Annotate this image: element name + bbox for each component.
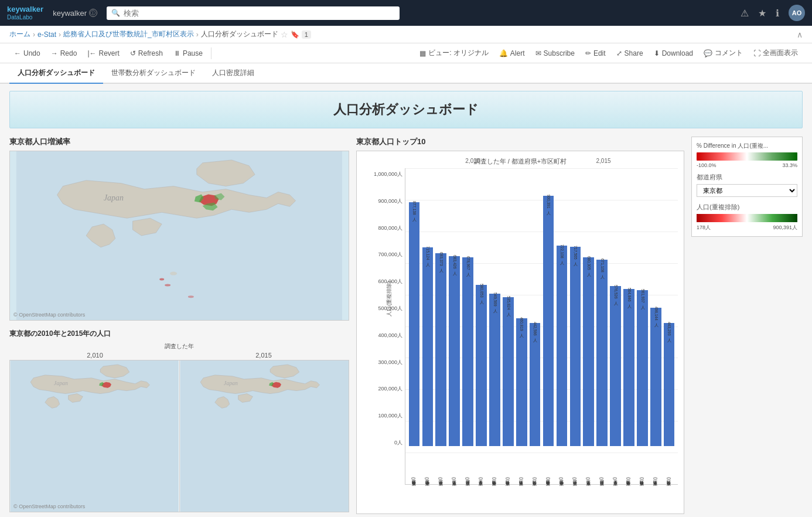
pop-color-bar [697,214,797,222]
bar-2: 693,373人 [435,253,446,446]
svg-rect-0 [16,151,342,320]
bar-col-11[interactable]: 722,108人練馬区(東京) [555,168,568,446]
tab-population[interactable]: 人口分析ダッシュボード [9,63,103,84]
bottom-maps-section: 東京都の2010年と2015年の人口 調査した年 2,010 2,015 [9,329,349,512]
bar-col-10[interactable]: 900,391人世田谷区(東京) [542,168,555,446]
bar-col-15[interactable]: 576,526人八王子市(東京) [609,168,622,446]
edit-button[interactable]: ✏ Edit [581,47,610,60]
chart-title: 東京都人口トップ10 [356,137,684,147]
alert-icon[interactable]: ⚠ [741,8,749,19]
main-map[interactable]: Japan © OpenStreetMap contributors [9,151,349,321]
bar-col-13[interactable]: 680,305人足立区(東京) [582,168,595,446]
toolbar: ← Undo → Redo |← Revert ↺ Refresh ⏸ Paus… [0,43,812,63]
bar-col-12[interactable]: 717,565人大田区(東京) [569,168,582,446]
year-2015-indicator: 2,015 [596,158,611,164]
alert-button[interactable]: 🔔 Alert [494,47,530,60]
bookmark-icon[interactable]: 🔖 [291,30,299,39]
bar-col-0[interactable]: 877,138人世田谷区(東京) [408,168,421,446]
bar-xlabel-13: 足立区(東京) [586,477,591,480]
subscribe-button[interactable]: ✉ Subscribe [531,47,579,60]
bar-col-5[interactable]: 580,053人八王子市(東京) [475,168,488,446]
fullscreen-button[interactable]: ⛶ 全画面表示 [749,46,803,60]
bar-col-17[interactable]: 561,937人板橋区(東京) [636,168,649,446]
svg-point-4 [165,284,170,286]
year-header-label: 調査した年 [9,342,349,351]
map-copyright: © OpenStreetMap contributors [13,312,85,318]
bar-xlabel-7: 板橋区(東京) [506,477,510,480]
mini-map-2010[interactable]: Japan [10,360,180,512]
bar-6: 549,569人 [489,294,500,446]
mini-map-2015[interactable]: Japan [180,360,349,512]
bar-value-11: 722,108人 [560,244,564,258]
svg-text:Japan: Japan [223,380,237,386]
pop-legend-title: 人口(重複排除) [697,203,797,212]
breadcrumb-estat[interactable]: e-Stat [37,30,56,39]
view-button[interactable]: ▦ ビュー: オリジナル [415,46,493,60]
content-grid: 東京都人口増減率 [9,137,803,514]
bottom-section-title: 東京都の2010年と2015年の人口 [9,329,349,339]
diff-color-bar-labels: -100.0% 33.3% [697,162,797,168]
bar-value-14: 671,108人 [600,258,604,273]
bar-col-18[interactable]: 498,144人江東区(東京) [649,168,662,446]
bar-col-4[interactable]: 678,967人江戸川区(東京) [462,168,475,446]
pause-icon: ⏸ [173,49,180,57]
bar-12: 717,565人 [570,247,581,446]
prefecture-select[interactable]: 東京都 [697,184,797,197]
header-icons: ⚠ ★ ℹ AO [741,5,805,21]
dashboard-title: 人口分析ダッシュボード [9,91,803,128]
bar-value-12: 717,565人 [574,246,578,260]
bar-value-10: 900,391人 [547,195,551,209]
redo-button[interactable]: → Redo [46,47,82,60]
pause-button[interactable]: ⏸ Pause [169,47,207,60]
search-bar[interactable]: 🔍 [107,6,400,20]
toolbar-separator [211,47,211,59]
bar-col-16[interactable]: 564,846人葛飾区(東京) [623,168,636,446]
logo-top: keywalker [7,5,43,13]
comment-button[interactable]: 💬 コメント [699,46,748,60]
bar-col-1[interactable]: 715,124人練馬区(東京) [421,168,434,446]
avatar[interactable]: AO [789,5,805,21]
bar-col-9[interactable]: 442,586人杉並区(東京) [528,168,541,446]
bar-chart[interactable]: 調査した年 / 都道府県+市区町村 1,000,000人 900,000人 80… [356,151,684,514]
mini-map-2015-svg: Japan [180,360,349,512]
refresh-button[interactable]: ↺ Refresh [125,47,168,60]
bar-value-17: 561,937人 [640,289,644,303]
help-icon[interactable]: ℹ [776,8,779,19]
undo-button[interactable]: ← Undo [9,47,45,60]
bar-col-8[interactable]: 460,819人江東区(東京) [515,168,528,446]
fullscreen-icon: ⛶ [753,49,760,57]
main-content: 人口分析ダッシュボード 東京都人口増減率 [0,84,812,517]
map-section-title: 東京都人口増減率 [9,137,349,147]
breadcrumb-dataset[interactable]: 総務省人口及び世帯数統計_市町村区表示 [63,29,194,39]
bar-col-14[interactable]: 671,108人江戸川区(東京) [596,168,609,446]
tab-household[interactable]: 世帯数分析ダッシュボード [103,63,204,84]
bottom-maps-container[interactable]: Japan [9,360,349,512]
revert-button[interactable]: |← Revert [83,47,124,60]
collapse-icon[interactable]: ∧ [797,30,803,39]
refresh-icon: ↺ [130,49,136,57]
pop-legend: 人口(重複排除) 178人 900,391人 [697,203,797,232]
bottom-maps-inner: Japan [10,360,349,512]
bar-value-1: 715,124人 [426,246,430,260]
bar-col-2[interactable]: 693,373人大田区(東京) [435,168,448,446]
star-icon[interactable]: ★ [758,8,766,19]
bookmark-star-icon[interactable]: ☆ [281,30,288,39]
year-2010-indicator: 2,010 [465,158,480,164]
info-circle-icon[interactable]: ⓘ [89,9,97,17]
bar-col-6[interactable]: 549,569人葛飾区(東京) [488,168,501,446]
svg-point-3 [159,278,164,280]
download-button[interactable]: ⬇ Download [649,47,698,60]
tab-density[interactable]: 人口密度詳細 [204,63,262,84]
bar-col-19[interactable]: 443,293人杉並区(東京) [663,168,675,446]
bar-10: 900,391人 [543,196,554,446]
bar-value-18: 498,144人 [654,307,658,321]
share-button[interactable]: ⤢ Share [612,47,648,60]
toolbar-right: ▦ ビュー: オリジナル 🔔 Alert ✉ Subscribe ✏ Edit … [415,46,803,60]
bar-col-7[interactable]: 535,824人板橋区(東京) [501,168,514,446]
bar-col-3[interactable]: 683,426人足立区(東京) [448,168,461,446]
bar-xlabel-8: 江東区(東京) [520,477,524,480]
bar-18: 498,144人 [650,308,661,446]
breadcrumb-home[interactable]: ホーム [9,29,30,39]
search-input[interactable] [124,9,395,18]
bar-xlabel-0: 世田谷区(東京) [412,477,416,480]
